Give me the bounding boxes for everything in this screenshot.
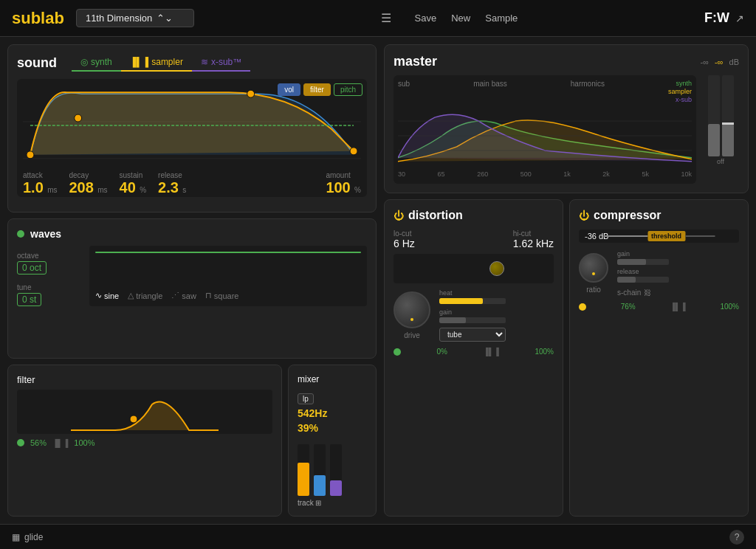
wave-triangle[interactable]: △ triangle bbox=[128, 291, 162, 300]
comp-gain-bar[interactable] bbox=[617, 259, 669, 265]
distortion-footer: 0% ▐▌▐ 100% bbox=[394, 348, 554, 356]
freq-5k: 5k bbox=[642, 170, 649, 178]
attack-param: attack 1.0 ms bbox=[23, 171, 58, 196]
sine-icon: ∿ bbox=[95, 291, 102, 300]
bottom-row: filter 56% ▐▌▐ 100% mixer bbox=[7, 365, 377, 517]
eq-channel-labels: synth sampler x-sub bbox=[668, 80, 692, 103]
svg-point-7 bbox=[130, 415, 137, 423]
help-button[interactable]: ? bbox=[729, 530, 744, 545]
tube-select[interactable]: tube bbox=[439, 328, 506, 342]
lo-cut-param: lo-cut 6 Hz bbox=[394, 229, 415, 249]
tab-synth[interactable]: ◎ synth bbox=[72, 54, 121, 72]
wave-square[interactable]: ⊓ square bbox=[205, 291, 239, 300]
preset-selector[interactable]: 11th Dimension ⌃⌄ bbox=[76, 9, 194, 27]
dist-power-dot[interactable] bbox=[394, 348, 401, 356]
tab-sampler[interactable]: ▐▌▐ sampler bbox=[121, 54, 192, 72]
release-param: release 2.3 s bbox=[158, 171, 186, 196]
distortion-card: ⏻ distortion lo-cut 6 Hz hi-cut 1.62 kHz bbox=[384, 199, 563, 517]
tune-value[interactable]: 0 st bbox=[17, 293, 41, 306]
drive-label: drive bbox=[404, 331, 420, 339]
hi-cut-param: hi-cut 1.62 kHz bbox=[513, 229, 554, 249]
freq-260: 260 bbox=[477, 170, 488, 178]
waves-controls: octave 0 oct tune 0 st bbox=[17, 246, 83, 306]
effects-row: ⏻ distortion lo-cut 6 Hz hi-cut 1.62 kHz bbox=[384, 199, 749, 517]
env-btn-filter[interactable]: filter bbox=[303, 83, 331, 96]
vu-meter-bars bbox=[708, 75, 734, 156]
threshold-row: -36 dB threshold bbox=[579, 229, 739, 243]
mixer-hz: 542Hz bbox=[298, 407, 367, 419]
filter-curve[interactable] bbox=[17, 390, 272, 434]
compressor-card: ⏻ compressor -36 dB threshold bbox=[569, 199, 749, 517]
master-body: sub main bass harmonics synth sampler x-… bbox=[394, 75, 739, 184]
comp-release-bar[interactable] bbox=[617, 277, 669, 283]
menu-sample[interactable]: Sample bbox=[485, 13, 518, 24]
amount-param: amount 100 % bbox=[326, 171, 361, 196]
heat-gain-col: heat gain tube bbox=[439, 289, 506, 342]
track-button[interactable]: track ⊞ bbox=[298, 499, 367, 507]
status-bar: ▦ glide ? bbox=[0, 524, 756, 549]
schain-label: s-chain bbox=[617, 289, 641, 297]
comp-gain-label: gain bbox=[617, 250, 669, 258]
lp-badge[interactable]: lp bbox=[298, 393, 314, 404]
threshold-badge[interactable]: threshold bbox=[647, 231, 685, 241]
decay-param: decay 208 ms bbox=[69, 171, 108, 196]
comp-power-dot[interactable] bbox=[579, 303, 586, 311]
waves-card: waves octave 0 oct tune 0 st ∿ sine bbox=[7, 218, 377, 359]
filter-resonance: 100% bbox=[74, 438, 94, 447]
square-icon: ⊓ bbox=[205, 291, 212, 300]
mixer-pct: 39% bbox=[298, 422, 367, 434]
menu-save[interactable]: Save bbox=[415, 13, 437, 24]
mixer-bar-purple[interactable] bbox=[330, 444, 342, 496]
menu-new[interactable]: New bbox=[451, 13, 470, 24]
glide-button[interactable]: ▦ glide bbox=[12, 532, 43, 542]
compressor-title: compressor bbox=[594, 209, 662, 222]
distortion-power-icon[interactable]: ⏻ bbox=[394, 210, 404, 221]
db-label: dB bbox=[729, 58, 739, 66]
freq-500: 500 bbox=[520, 170, 532, 178]
tab-xsub[interactable]: ≋ x-sub™ bbox=[192, 54, 250, 72]
grid-icon: ⊞ bbox=[315, 499, 321, 507]
dist-separator: ▐▌▐ bbox=[484, 348, 499, 356]
gain-bar[interactable] bbox=[439, 317, 506, 323]
hamburger-icon[interactable]: ☰ bbox=[381, 11, 391, 25]
threshold-left-line bbox=[603, 235, 647, 237]
freq-65: 65 bbox=[438, 170, 445, 178]
brand-logo: F:W bbox=[704, 10, 729, 26]
main-content: sound ◎ synth ▐▌▐ sampler ≋ x-sub™ vol bbox=[0, 37, 756, 524]
octave-value[interactable]: 0 oct bbox=[17, 261, 47, 274]
freq-1k: 1k bbox=[563, 170, 571, 178]
sustain-param: sustain 40 % bbox=[120, 171, 147, 196]
freq-knob-indicator bbox=[489, 261, 504, 276]
comp-gain-row: gain bbox=[617, 250, 669, 265]
sound-card: sound ◎ synth ▐▌▐ sampler ≋ x-sub™ vol bbox=[7, 44, 377, 213]
attack-unit: ms bbox=[47, 186, 57, 194]
amount-value: 100 bbox=[326, 179, 350, 196]
decay-unit: ms bbox=[97, 186, 107, 194]
wave-saw[interactable]: ⋰ saw bbox=[171, 291, 196, 300]
saw-icon: ⋰ bbox=[171, 291, 179, 300]
lo-cut-value: 6 Hz bbox=[394, 238, 415, 249]
svg-point-5 bbox=[350, 148, 357, 155]
filter-power-dot[interactable] bbox=[17, 439, 24, 446]
waves-header: waves bbox=[17, 228, 367, 240]
heat-bar[interactable] bbox=[439, 298, 506, 304]
wave-sine[interactable]: ∿ sine bbox=[95, 291, 119, 300]
ratio-knob[interactable] bbox=[579, 253, 608, 283]
top-bar-left: sublab 11th Dimension ⌃⌄ bbox=[12, 9, 194, 28]
env-btn-vol[interactable]: vol bbox=[278, 83, 300, 96]
lo-cut-label: lo-cut bbox=[394, 229, 415, 238]
heat-label: heat bbox=[439, 289, 506, 297]
top-bar-center: ☰ Save New Sample bbox=[381, 11, 518, 25]
drive-knob[interactable] bbox=[394, 291, 430, 328]
env-btn-pitch[interactable]: pitch bbox=[334, 83, 362, 96]
filter-footer: 56% ▐▌▐ 100% bbox=[17, 438, 272, 447]
mixer-controls: lp 542Hz 39% bbox=[298, 393, 367, 434]
waves-power-dot[interactable] bbox=[17, 230, 24, 238]
eq-freq-labels: 30 65 260 500 1k 2k 5k 10k bbox=[398, 169, 692, 179]
compressor-power-icon[interactable]: ⏻ bbox=[579, 210, 589, 221]
mixer-bar-orange[interactable] bbox=[298, 444, 309, 496]
hi-cut-value: 1.62 kHz bbox=[513, 238, 554, 249]
schain-icon[interactable]: ⛓ bbox=[644, 289, 651, 297]
sound-header: sound ◎ synth ▐▌▐ sampler ≋ x-sub™ bbox=[17, 54, 367, 72]
mixer-bar-blue[interactable] bbox=[314, 444, 326, 496]
